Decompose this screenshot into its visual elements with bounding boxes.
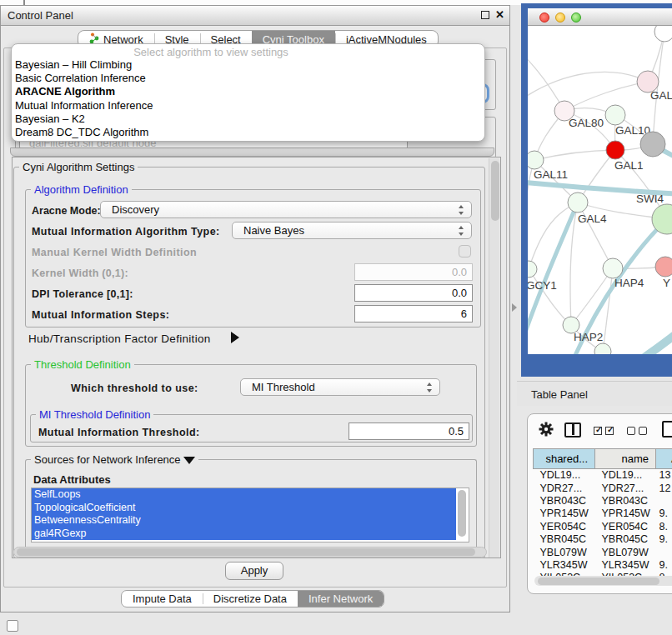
- hub-definition-label[interactable]: Hub/Transcription Factor Definition: [28, 332, 211, 345]
- aracne-mode-combo[interactable]: Discovery: [100, 201, 472, 218]
- network-edge[interactable]: [528, 47, 564, 111]
- data-attributes-list[interactable]: SelfLoopsTopologicalCoefficientBetweenne…: [31, 488, 469, 542]
- mi-threshold-label: Mutual Information Threshold:: [38, 427, 200, 438]
- network-edge[interactable]: [534, 150, 615, 160]
- algorithm-option[interactable]: Basic Correlation Inference: [12, 72, 484, 85]
- mi-threshold-field[interactable]: 0.5: [349, 422, 469, 440]
- settings-hscrollbar-thumb[interactable]: [17, 548, 475, 556]
- network-node-gal1[interactable]: [606, 141, 624, 159]
- algorithm-option[interactable]: Bayesian – K2: [12, 112, 484, 126]
- apply-button[interactable]: Apply: [225, 562, 283, 580]
- network-node[interactable]: [654, 26, 672, 42]
- network-node-label: GAL4: [578, 212, 607, 225]
- algorithm-dropdown-list: Bayesian – Hill ClimbingBasic Correlatio…: [12, 58, 484, 139]
- list-vscrollbar-thumb[interactable]: [458, 490, 466, 537]
- settings-vscrollbar-thumb[interactable]: [491, 161, 499, 221]
- network-node-gal4[interactable]: [568, 192, 588, 212]
- network-node-label: GAL80: [569, 117, 604, 129]
- table-hscrollbar-thumb[interactable]: [538, 578, 659, 585]
- dpi-tolerance-field[interactable]: 0.0: [354, 284, 473, 302]
- sources-collapse-icon[interactable]: [183, 457, 195, 464]
- data-attribute-item[interactable]: gal4RGexp: [32, 528, 456, 541]
- export-table-icon[interactable]: [662, 421, 672, 438]
- settings-hscrollbar[interactable]: [13, 547, 487, 558]
- splitter-arrow-icon[interactable]: [512, 303, 517, 312]
- network-node-y[interactable]: [655, 257, 672, 277]
- table-row[interactable]: YLR345WYLR345W9.: [534, 558, 672, 571]
- algorithm-option[interactable]: Dream8 DC_TDC Algorithm: [12, 126, 484, 139]
- settings-vscrollbar[interactable]: [489, 158, 499, 558]
- network-node-label: GAL11: [534, 168, 568, 181]
- table-row[interactable]: YPR145WYPR145W9.: [534, 508, 672, 520]
- list-vscrollbar[interactable]: [456, 488, 469, 542]
- float-window-icon[interactable]: [481, 11, 489, 19]
- select-all-checkbox2-icon[interactable]: ✓: [605, 427, 614, 435]
- deselect-checkbox2-icon[interactable]: [639, 427, 647, 435]
- algorithm-option[interactable]: Mutual Information Inference: [12, 99, 484, 112]
- mi-steps-field[interactable]: 6: [354, 305, 473, 322]
- network-node-gal10[interactable]: [605, 105, 625, 125]
- table-row[interactable]: YBR045CYBR045C9.: [534, 532, 672, 545]
- aracne-mode-label: Aracne Mode:: [32, 205, 101, 217]
- sources-group-title: Sources for Network Inference: [31, 453, 198, 466]
- network-edge[interactable]: [528, 72, 648, 101]
- network-node-hap4[interactable]: [603, 258, 623, 278]
- network-node-label: SWI4: [636, 192, 664, 205]
- window-minimize-button[interactable]: [555, 12, 565, 22]
- network-node[interactable]: [594, 343, 611, 354]
- table-cell: YBR043C: [534, 494, 595, 507]
- manual-kernel-checkbox[interactable]: [459, 245, 471, 258]
- bottom-tab-impute-data[interactable]: Impute Data: [122, 591, 203, 607]
- cyni-settings-title: Cyni Algorithm Settings: [19, 161, 138, 173]
- mi-steps-label: Mutual Information Steps:: [32, 309, 169, 321]
- which-threshold-combo[interactable]: MI Threshold: [240, 378, 440, 396]
- data-attribute-item[interactable]: TopologicalCoefficient: [32, 502, 456, 515]
- algorithm-option[interactable]: Bayesian – Hill Climbing: [12, 58, 484, 72]
- network-edge[interactable]: [564, 82, 648, 111]
- algorithm-option[interactable]: ARACNE Algorithm: [12, 85, 484, 98]
- deselect-checkbox-icon[interactable]: [627, 427, 635, 435]
- network-node-label: HAP4: [614, 277, 644, 289]
- node-table: shared...nameAYDL19...YDL19...13YDR27...…: [533, 448, 672, 576]
- window-close-button[interactable]: [539, 12, 549, 22]
- table-hscrollbar[interactable]: [534, 576, 672, 586]
- network-edge[interactable]: [529, 269, 571, 325]
- column-layout-icon[interactable]: [564, 422, 581, 438]
- table-row[interactable]: YBL079WYBL079W: [534, 546, 672, 558]
- network-edge-highlighted[interactable]: [618, 326, 672, 354]
- mi-type-combo[interactable]: Naive Bayes: [232, 222, 472, 239]
- bottom-tab-infer-network[interactable]: Infer Network: [298, 591, 384, 607]
- table-cell: YER054C: [534, 520, 595, 532]
- table-cell: YPR145W: [534, 508, 595, 520]
- close-panel-icon[interactable]: ✕: [495, 8, 504, 21]
- aracne-mode-spinner-icon: [459, 205, 464, 215]
- select-all-checkbox-icon[interactable]: ✓: [594, 427, 602, 435]
- table-row[interactable]: YDR27...YDR27...12: [534, 482, 672, 494]
- table-cell: YDR27...: [595, 482, 656, 494]
- panel-dock-icon[interactable]: [7, 620, 18, 632]
- hub-expand-icon[interactable]: [231, 332, 239, 343]
- network-window-titlebar: [528, 8, 672, 26]
- sources-group-title-text: Sources for Network Inference: [34, 453, 181, 466]
- column-header[interactable]: shared...: [534, 449, 595, 469]
- table-settings-gear-icon[interactable]: [538, 421, 554, 438]
- table-cell: YER054C: [595, 520, 656, 532]
- section-bottom-band: [10, 148, 494, 157]
- table-cell: YDR27...: [534, 482, 595, 494]
- data-attribute-item[interactable]: BetweennessCentrality: [32, 514, 456, 528]
- column-header[interactable]: name: [595, 449, 656, 469]
- network-node-gcy1[interactable]: [528, 261, 537, 278]
- network-canvas[interactable]: GALGAL80GAL10GAL1GAL11SWI4GAL4GCY1HAP4YH…: [528, 26, 672, 354]
- data-attribute-item[interactable]: SelfLoops: [32, 488, 456, 502]
- table-row[interactable]: YER054CYER054C8.: [534, 520, 672, 532]
- window-zoom-button[interactable]: [571, 12, 581, 22]
- column-header[interactable]: A: [656, 449, 672, 469]
- table-row[interactable]: YDL19...YDL19...13: [534, 469, 672, 482]
- mi-threshold-group-title: MI Threshold Definition: [36, 408, 153, 421]
- kernel-width-label: Kernel Width (0,1):: [32, 268, 128, 279]
- network-node-gal11[interactable]: [528, 151, 544, 169]
- table-row[interactable]: YBR043CYBR043C: [534, 494, 672, 507]
- network-node[interactable]: [640, 132, 665, 157]
- kernel-width-field[interactable]: 0.0: [354, 263, 473, 281]
- bottom-tab-discretize-data[interactable]: Discretize Data: [203, 591, 298, 607]
